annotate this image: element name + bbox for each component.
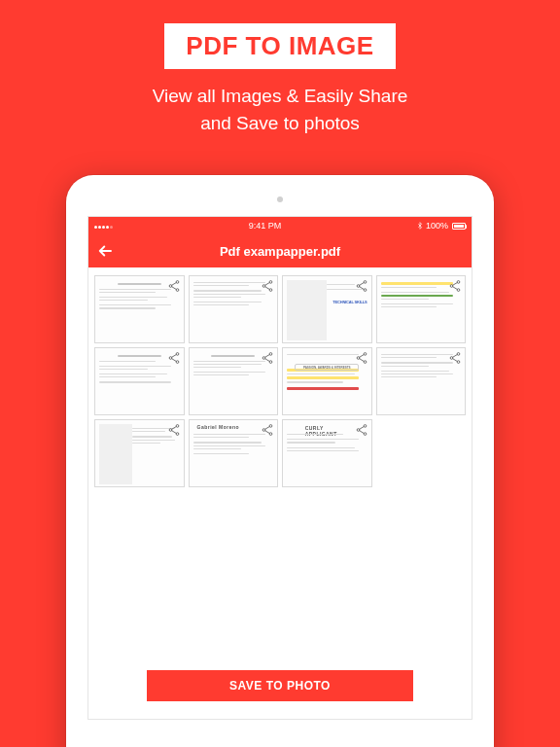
page-thumb[interactable]: CURLY APPLICANT [282, 419, 372, 487]
status-bar: 9:41 PM 100% [88, 217, 472, 234]
share-button[interactable] [355, 423, 368, 437]
tablet-mockup: 9:41 PM 100% Pdf exampapper.pdf [66, 175, 494, 747]
nav-title: Pdf exampapper.pdf [88, 244, 472, 259]
tablet-camera [277, 196, 283, 202]
arrow-left-icon [96, 242, 114, 260]
page-thumb[interactable] [94, 275, 185, 343]
battery-icon [452, 223, 466, 230]
page-thumb[interactable] [94, 347, 185, 415]
pages-area: TECHNICAL SKILLS [88, 267, 472, 655]
page-thumb[interactable]: Gabriel Moreno [189, 419, 279, 487]
pages-grid: TECHNICAL SKILLS [94, 275, 466, 487]
signal-dots-icon [94, 221, 114, 231]
hero-subtitle: View all Images & Easily Share and Save … [0, 83, 560, 136]
page-thumb[interactable] [189, 275, 279, 343]
status-battery-pct: 100% [426, 221, 448, 231]
back-button[interactable] [88, 234, 122, 267]
nav-bar: Pdf exampapper.pdf [88, 234, 472, 267]
page-thumb[interactable] [376, 275, 467, 343]
app-screen: 9:41 PM 100% Pdf exampapper.pdf [88, 216, 472, 720]
share-button[interactable] [167, 351, 181, 365]
tech-skills-label: TECHNICAL SKILLS [332, 300, 367, 304]
resume-name: Gabriel Moreno [197, 424, 240, 430]
pill-label: PASSION, AWARDS & INTERESTS [295, 364, 359, 371]
cta-row: SAVE TO PHOTO [88, 655, 472, 719]
bluetooth-icon [416, 222, 424, 230]
page-thumb[interactable] [189, 347, 279, 415]
share-button[interactable] [448, 279, 462, 293]
share-button[interactable] [355, 351, 368, 365]
share-button[interactable] [261, 351, 274, 365]
page-thumb[interactable] [94, 419, 185, 487]
share-button[interactable] [261, 423, 274, 437]
page-thumb[interactable]: PASSION, AWARDS & INTERESTS [282, 347, 372, 415]
page-thumb[interactable]: TECHNICAL SKILLS [282, 275, 372, 343]
share-button[interactable] [261, 279, 274, 293]
save-to-photo-button[interactable]: SAVE TO PHOTO [147, 670, 413, 701]
share-button[interactable] [355, 279, 368, 293]
share-button[interactable] [167, 423, 181, 437]
status-time: 9:41 PM [249, 221, 282, 231]
share-button[interactable] [448, 351, 462, 365]
page-thumb[interactable] [376, 347, 467, 415]
hero-badge: PDF TO IMAGE [164, 23, 395, 69]
share-button[interactable] [167, 279, 181, 293]
